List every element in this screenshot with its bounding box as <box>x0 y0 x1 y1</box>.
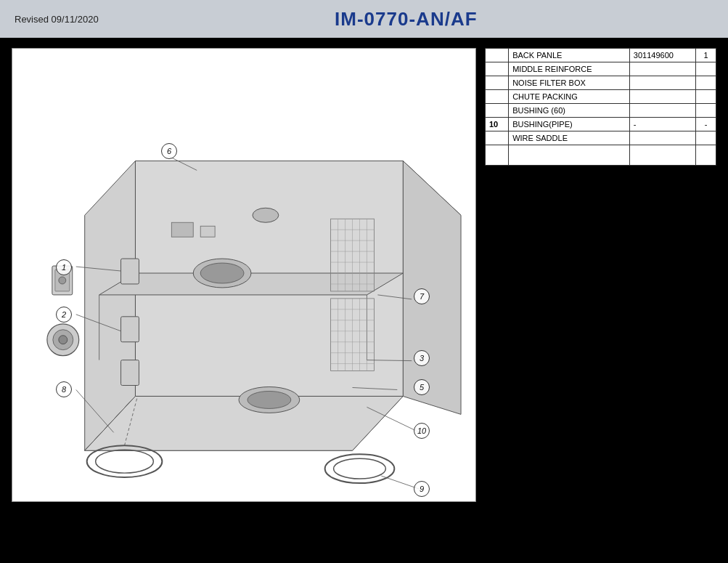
description-cell-blank <box>509 145 630 166</box>
item-cell: 10 <box>486 118 509 131</box>
qty-cell: - <box>696 118 716 131</box>
description-cell: WIRE SADDLE <box>509 131 630 145</box>
callout-5: 5 <box>414 379 430 395</box>
description-cell: BACK PANLE <box>509 49 630 62</box>
main-content: 6 1 2 7 3 5 8 10 9 BACK PANLE 301149600 … <box>0 38 728 563</box>
svg-point-38 <box>253 208 279 222</box>
item-cell <box>486 90 509 104</box>
svg-rect-39 <box>121 259 139 284</box>
qty-cell-blank <box>696 145 716 166</box>
qty-cell <box>696 76 716 90</box>
qty-cell <box>696 62 716 76</box>
callout-6: 6 <box>161 143 177 159</box>
description-cell: MIDDLE REINFORCE <box>509 62 630 76</box>
svg-rect-40 <box>121 317 139 342</box>
callout-10: 10 <box>414 423 430 439</box>
qty-cell <box>696 104 716 118</box>
table-row: CHUTE PACKING <box>486 90 716 104</box>
item-cell <box>486 49 509 62</box>
svg-point-54 <box>59 336 68 344</box>
callout-7: 7 <box>414 288 430 304</box>
item-cell-blank <box>486 145 509 166</box>
document-title: IM-0770-AN/AF <box>99 8 713 31</box>
partnum-cell <box>629 62 695 76</box>
description-cell: BUSHING(PIPE) <box>509 118 630 131</box>
description-cell: BUSHING (60) <box>509 104 630 118</box>
svg-rect-43 <box>200 226 215 237</box>
drawing-area: 6 1 2 7 3 5 8 10 9 <box>12 48 476 502</box>
svg-rect-41 <box>121 360 139 386</box>
table-row: NOISE FILTER BOX <box>486 76 716 90</box>
item-cell <box>486 62 509 76</box>
page-wrapper: Revised 09/11/2020 IM-0770-AN/AF <box>0 0 728 563</box>
revised-label: Revised 09/11/2020 <box>15 14 99 25</box>
qty-cell: 1 <box>696 49 716 62</box>
partnum-cell: 301149600 <box>629 49 695 62</box>
callout-8: 8 <box>56 381 72 397</box>
technical-drawing <box>12 49 475 501</box>
qty-cell <box>696 131 716 145</box>
table-row: BACK PANLE 301149600 1 <box>486 49 716 62</box>
svg-point-37 <box>248 391 291 408</box>
description-cell: NOISE FILTER BOX <box>509 76 630 90</box>
parts-table-area: BACK PANLE 301149600 1 MIDDLE REINFORCE … <box>485 48 716 553</box>
table-row: 10 BUSHING(PIPE) - - <box>486 118 716 131</box>
parts-table: BACK PANLE 301149600 1 MIDDLE REINFORCE … <box>485 48 716 166</box>
partnum-cell <box>629 131 695 145</box>
item-cell <box>486 104 509 118</box>
callout-9: 9 <box>414 481 430 497</box>
svg-point-51 <box>59 277 66 284</box>
partnum-cell <box>629 90 695 104</box>
item-cell <box>486 76 509 90</box>
svg-rect-42 <box>171 222 193 237</box>
partnum-cell: - <box>629 118 695 131</box>
callout-1: 1 <box>56 259 72 275</box>
item-cell <box>486 131 509 145</box>
header-bar: Revised 09/11/2020 IM-0770-AN/AF <box>0 0 728 38</box>
callout-3: 3 <box>414 350 430 366</box>
partnum-cell <box>629 104 695 118</box>
table-row-blank <box>486 145 716 166</box>
partnum-cell-blank <box>629 145 695 166</box>
partnum-cell <box>629 76 695 90</box>
table-row: MIDDLE REINFORCE <box>486 62 716 76</box>
table-row: WIRE SADDLE <box>486 131 716 145</box>
callout-2: 2 <box>56 307 72 323</box>
table-row: BUSHING (60) <box>486 104 716 118</box>
description-cell: CHUTE PACKING <box>509 90 630 104</box>
svg-point-35 <box>200 263 244 283</box>
qty-cell <box>696 90 716 104</box>
